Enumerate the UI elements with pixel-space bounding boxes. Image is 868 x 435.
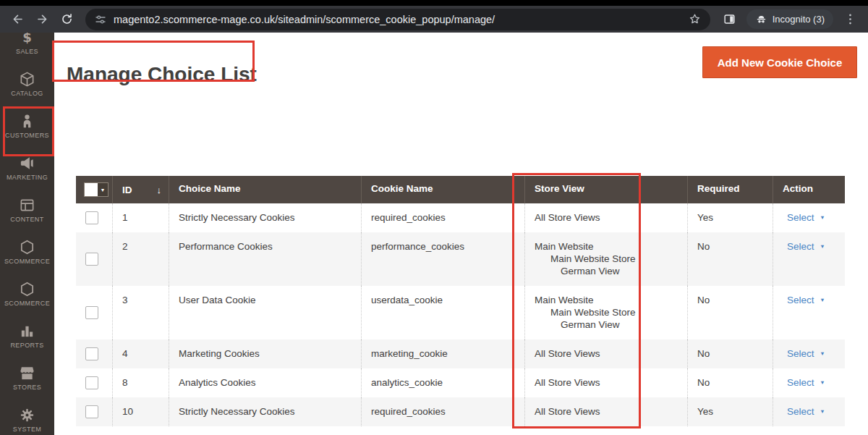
cell-action: Select ▼ [773,397,845,426]
sidebar-item-catalog[interactable]: CATALOG [0,65,54,107]
add-new-cookie-choice-button[interactable]: Add New Cookie Choice [702,46,857,78]
chevron-down-icon: ▼ [820,350,825,357]
sidebar-item-content[interactable]: CONTENT [0,191,54,233]
bookmark-star-icon[interactable] [688,12,702,26]
sidebar-item-scommerce[interactable]: SCOMMERCE [0,275,54,317]
admin-sidebar: $SALESCATALOGCUSTOMERSMARKETINGCONTENTSC… [0,33,54,435]
cell-id: 3 [112,286,169,339]
cell-checkbox [76,286,112,339]
incognito-badge[interactable]: Incognito (3) [746,9,833,29]
sidebar-item-reports[interactable]: REPORTS [0,317,54,359]
cell-action: Select ▼ [773,286,845,339]
sidebar-item-scommerce[interactable]: SCOMMERCE [0,233,54,275]
layout-icon [19,197,35,214]
cell-required: No [687,339,773,368]
sidebar-item-customers[interactable]: CUSTOMERS [0,107,54,149]
svg-text:$: $ [22,33,32,45]
row-checkbox[interactable] [85,405,98,418]
sidebar-item-label: STORES [13,384,41,391]
cell-choice-name: Marketing Cookies [169,339,361,368]
sidebar-item-stores[interactable]: STORES [0,359,54,401]
table-row: 8Analytics Cookiesanalytics_cookieAll St… [76,368,845,397]
cell-store-view: All Store Views [524,203,687,232]
back-arrow-icon [11,12,25,26]
chevron-down-icon: ▼ [820,379,825,386]
store-view-line: German View [535,265,678,277]
cell-choice-name: User Data Cookie [169,286,361,339]
back-button[interactable] [6,9,29,30]
row-checkbox[interactable] [85,347,98,360]
select-all-control[interactable]: ▼ [84,182,109,197]
table-row: 3User Data Cookieuserdata_cookieMain Web… [76,286,845,339]
hexagon-icon [19,281,35,297]
cell-choice-name: Strictly Necessary Cookies [169,203,361,232]
forward-arrow-icon [35,12,49,26]
browser-toolbar: magento2.scommerce-mage.co.uk/siteadmin/… [0,0,868,33]
cell-cookie-name: analytics_cookie [361,368,524,397]
sort-desc-icon: ↓ [157,185,162,195]
select-action-link[interactable]: Select ▼ [787,377,825,388]
reload-icon [60,12,74,26]
cell-action: Select ▼ [773,232,845,286]
select-all-dropdown[interactable]: ▼ [98,183,108,196]
sidebar-item-label: CUSTOMERS [5,132,49,139]
sidebar-item-label: SALES [16,48,38,55]
table-row: 2Performance Cookiesperformance_cookiesM… [76,232,845,286]
sidebar-item-marketing[interactable]: MARKETING [0,149,54,191]
sidebar-item-sales[interactable]: $SALES [0,33,54,65]
store-view-line: Main Website [535,294,678,306]
cell-required: Yes [687,203,773,232]
cell-store-view: Main WebsiteMain Website StoreGerman Vie… [524,232,687,286]
side-panel-button[interactable] [718,9,742,30]
chevron-down-icon: ▼ [820,408,825,415]
chevron-down-icon: ▼ [101,187,106,193]
bar-chart-icon [19,323,35,339]
cell-cookie-name: performance_cookies [361,232,524,286]
cell-required: No [687,232,773,286]
table-row: 1Strictly Necessary Cookiesrequired_cook… [76,203,845,232]
url-text[interactable]: magento2.scommerce-mage.co.uk/siteadmin/… [114,14,682,25]
sidebar-item-system[interactable]: SYSTEM [0,401,54,435]
select-action-link[interactable]: Select ▼ [787,348,825,359]
storefront-icon [19,365,35,381]
site-settings-icon[interactable] [94,13,107,26]
row-checkbox[interactable] [85,253,98,266]
cell-id: 10 [112,397,169,426]
column-header-choice-name[interactable]: Choice Name [169,176,361,203]
column-header-cookie-name[interactable]: Cookie Name [361,176,524,203]
url-bar[interactable]: magento2.scommerce-mage.co.uk/siteadmin/… [85,9,710,30]
cell-cookie-name: required_cookies [361,397,524,426]
kebab-menu-icon [843,12,857,26]
row-checkbox[interactable] [85,376,98,389]
select-action-link[interactable]: Select ▼ [787,295,825,305]
column-header-action[interactable]: Action [773,176,845,203]
sidebar-item-label: SCOMMERCE [4,300,50,307]
table-body: 1Strictly Necessary Cookiesrequired_cook… [76,203,845,426]
select-action-link[interactable]: Select ▼ [787,406,825,417]
row-checkbox[interactable] [85,306,98,319]
sidebar-item-label: SCOMMERCE [4,258,50,265]
row-checkbox[interactable] [85,211,98,224]
table-header: ▼ ID ↓ Choice Name Cookie Name Store Vie… [76,176,845,203]
reload-button[interactable] [55,9,78,30]
select-action-link[interactable]: Select ▼ [787,212,825,223]
cell-action: Select ▼ [773,368,845,397]
cell-cookie-name: userdata_cookie [361,286,524,339]
select-action-link[interactable]: Select ▼ [787,241,825,252]
column-header-id[interactable]: ID ↓ [112,176,169,203]
forward-button[interactable] [30,9,54,30]
megaphone-icon [19,155,35,172]
store-view-line: All Store Views [535,405,678,418]
column-header-required[interactable]: Required [687,176,773,203]
person-icon [19,113,35,130]
store-view-line: Main Website Store [535,306,678,318]
window-top-strip [0,0,868,6]
browser-menu-button[interactable] [838,9,862,30]
column-header-store-view[interactable]: Store View [524,176,687,203]
select-all-checkbox[interactable] [85,183,98,196]
gear-icon [19,407,35,423]
cell-checkbox [76,203,112,232]
incognito-label: Incognito (3) [773,14,825,25]
sidebar-item-label: CONTENT [10,216,43,223]
cell-checkbox [76,339,112,368]
